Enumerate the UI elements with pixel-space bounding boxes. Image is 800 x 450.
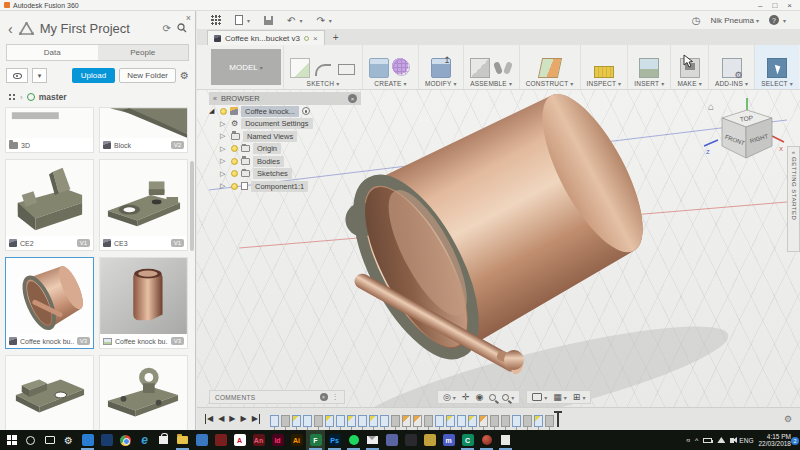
timeline-feature-icon[interactable]: [545, 415, 554, 427]
workspace-selector[interactable]: MODEL: [211, 49, 281, 85]
close-tab-icon[interactable]: ×: [313, 34, 318, 43]
timeline-feature-icon[interactable]: [512, 415, 521, 427]
timeline-feature-icon[interactable]: [325, 415, 334, 427]
user-menu[interactable]: Nik Pneuma: [710, 16, 759, 25]
close-button[interactable]: ×: [787, 1, 792, 10]
create-sketch-icon[interactable]: [290, 58, 310, 78]
cortana-icon[interactable]: [21, 430, 40, 450]
step-forward-button[interactable]: ▶: [240, 414, 246, 424]
timeline-feature-icon[interactable]: [413, 415, 422, 427]
form-icon[interactable]: [392, 58, 412, 78]
upload-button[interactable]: Upload: [72, 68, 115, 83]
file-explorer-icon[interactable]: [173, 430, 192, 450]
teams-icon[interactable]: m: [439, 430, 458, 450]
zoom-icon[interactable]: [502, 394, 514, 401]
ribbon-group-label[interactable]: CONSTRUCT: [526, 80, 574, 87]
look-at-icon[interactable]: ◉: [475, 392, 483, 402]
expand-arrow-icon[interactable]: ▷: [220, 145, 228, 153]
visibility-bulb-icon[interactable]: [231, 158, 238, 165]
gear-icon[interactable]: ⚙: [180, 70, 189, 81]
ribbon-group-label[interactable]: SELECT: [761, 80, 793, 87]
timeline-feature-icon[interactable]: [402, 415, 411, 427]
version-badge[interactable]: V3: [171, 337, 184, 345]
grid-settings-icon[interactable]: ▦: [553, 392, 567, 402]
item-card-3d[interactable]: 3D: [5, 107, 94, 153]
taskbar-clock[interactable]: 4:15 PM 22/03/2018: [758, 433, 791, 448]
store-icon[interactable]: [154, 430, 173, 450]
edge-icon[interactable]: e: [135, 430, 154, 450]
item-card-ce2[interactable]: CE2V1: [5, 159, 94, 251]
tab-data[interactable]: Data: [7, 45, 98, 60]
comments-close-icon[interactable]: ×: [320, 393, 328, 401]
start-button[interactable]: [2, 430, 21, 450]
timeline-feature-icon[interactable]: [468, 415, 477, 427]
measure-icon[interactable]: [594, 66, 614, 78]
settings-icon[interactable]: ⚙: [59, 430, 78, 450]
ribbon-group-label[interactable]: ADD-INS: [715, 80, 748, 87]
data-panel-close-icon[interactable]: ×: [186, 13, 191, 23]
undo-button[interactable]: ↶: [287, 15, 302, 26]
search-icon[interactable]: [177, 23, 187, 35]
back-arrow-icon[interactable]: ‹: [8, 24, 13, 34]
visibility-bulb-icon[interactable]: [220, 108, 227, 115]
timeline-feature-icon[interactable]: [358, 415, 367, 427]
home-icon[interactable]: ⌂: [708, 101, 714, 112]
browser-item-named-views[interactable]: ▷ Named Views: [209, 130, 361, 143]
comments-bar[interactable]: COMMENTS × ⋮: [209, 390, 345, 404]
timeline-feature-icon[interactable]: [457, 415, 466, 427]
browser-root-item[interactable]: ◢ Coffee knock...: [209, 105, 361, 118]
play-button[interactable]: ▶: [229, 414, 235, 424]
tab-people[interactable]: People: [98, 45, 189, 60]
version-badge[interactable]: V3: [77, 337, 90, 345]
browser-item-document-settings[interactable]: ▷ ⚙ Document Settings: [209, 118, 361, 131]
task-view-icon[interactable]: [40, 430, 59, 450]
animate-icon[interactable]: An: [249, 430, 268, 450]
step-back-button[interactable]: ◀: [218, 414, 224, 424]
press-pull-icon[interactable]: [431, 58, 451, 78]
data-panel-scrollbar[interactable]: [190, 161, 194, 251]
browser-item-sketches[interactable]: ▷ Sketches: [209, 168, 361, 181]
expand-arrow-icon[interactable]: ▷: [220, 170, 228, 178]
expand-arrow-icon[interactable]: ▷: [220, 157, 228, 165]
save-button[interactable]: [264, 16, 273, 25]
acrobat-icon[interactable]: A: [230, 430, 249, 450]
display-settings-icon[interactable]: [532, 393, 547, 401]
phone-app-icon[interactable]: [78, 430, 97, 450]
browser-close-icon[interactable]: ×: [348, 94, 357, 103]
people-tray-icon[interactable]: ꭤ: [687, 436, 691, 444]
refresh-icon[interactable]: ⟳: [163, 23, 171, 34]
timeline-feature-icon[interactable]: [391, 415, 400, 427]
photoshop-icon[interactable]: Ps: [325, 430, 344, 450]
expand-arrow-icon[interactable]: ▷: [220, 132, 228, 140]
timeline-feature-icon[interactable]: [501, 415, 510, 427]
timeline-feature-strip[interactable]: [270, 411, 554, 427]
version-badge[interactable]: V1: [171, 239, 184, 247]
new-folder-button[interactable]: New Folder: [119, 68, 176, 83]
3d-viewport[interactable]: « BROWSER × ◢ Coffee knock... ▷ ⚙ Docume…: [197, 90, 800, 407]
visibility-bulb-icon[interactable]: [231, 145, 238, 152]
version-badge[interactable]: V2: [171, 141, 184, 149]
redo-button[interactable]: ↷: [316, 15, 331, 26]
go-to-start-button[interactable]: ◀: [205, 414, 213, 424]
snip-app-icon[interactable]: [420, 430, 439, 450]
joint-icon[interactable]: [493, 58, 513, 78]
item-card-exercise-2[interactable]: Exercise 2V1: [99, 355, 188, 430]
activate-component-radio[interactable]: [302, 107, 310, 115]
timeline-feature-icon[interactable]: [380, 415, 389, 427]
discord-icon[interactable]: [382, 430, 401, 450]
hidden-icons-chevron[interactable]: ^: [695, 437, 698, 444]
orbit-icon[interactable]: ◎: [443, 392, 456, 402]
volume-icon[interactable]: [730, 438, 734, 443]
view-cube[interactable]: Z X TOP FRONT RIGHT ⌂: [700, 96, 786, 176]
expand-arrow-icon[interactable]: ▷: [220, 120, 228, 128]
comments-more-icon[interactable]: ⋮: [332, 393, 339, 401]
getting-started-tab[interactable]: « GETTING STARTED: [787, 146, 800, 252]
timeline-feature-icon[interactable]: [523, 415, 532, 427]
ribbon-group-label[interactable]: MODIFY: [425, 80, 457, 87]
document-tab[interactable]: Coffee kn...bucket v3 ×: [207, 30, 325, 45]
item-card-block[interactable]: BlockV2: [99, 107, 188, 153]
ribbon-group-label[interactable]: ASSEMBLE: [470, 80, 512, 87]
timeline-feature-icon[interactable]: [303, 415, 312, 427]
help-menu[interactable]: ?: [769, 15, 786, 25]
expand-arrow-icon[interactable]: ◢: [209, 107, 217, 115]
